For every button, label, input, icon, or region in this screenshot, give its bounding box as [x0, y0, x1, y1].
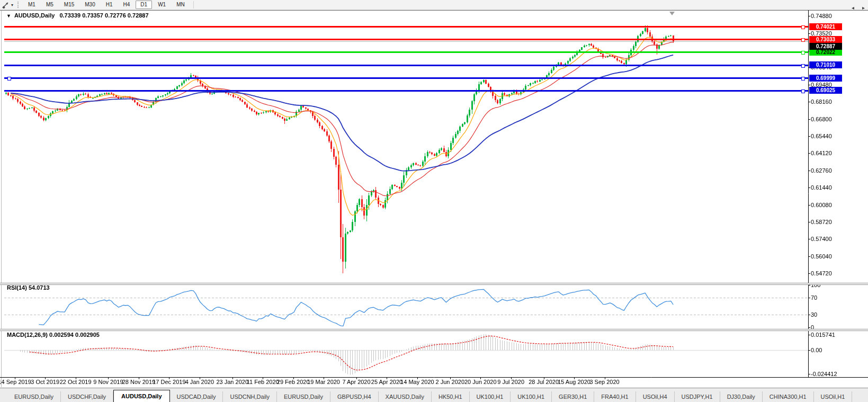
chart-tab-audusd-daily[interactable]: AUDUSD,Daily [113, 390, 169, 402]
level-line-handle[interactable] [801, 90, 805, 93]
macd-scale-tick[interactable]: 0.00 [811, 347, 822, 353]
macd-scale-tick[interactable]: -0.024412 [811, 371, 837, 377]
chart-title-symbol: AUDUSD,Daily [14, 12, 55, 19]
chart-tab-ger30-h1[interactable]: GER30,H1 [552, 391, 594, 402]
chart-tab-usoil-h1[interactable]: USOil,H1 [814, 391, 853, 402]
price-axis-tick[interactable]: 0.60080 [811, 202, 832, 208]
main-rsi-pane-divider[interactable] [0, 283, 868, 285]
price-axis-tick[interactable]: 0.61440 [811, 184, 832, 191]
date-axis-label[interactable]: 3 Sep 2020 [581, 379, 629, 385]
level-line-handle[interactable] [801, 64, 805, 68]
chart-tab-eurusd-daily[interactable]: EURUSD,Daily [7, 391, 61, 402]
level-line-handle[interactable] [801, 77, 805, 81]
current-price-badge: 0.72887 [809, 43, 842, 50]
level-line-handle[interactable] [7, 77, 11, 81]
scroll-tabs-left-icon[interactable]: ◂ [852, 5, 854, 11]
rsi-scale-tick[interactable]: 70 [811, 294, 817, 301]
chart-tab-xauusd-daily[interactable]: XAUUSD,Daily [379, 391, 432, 402]
price-level-badge-0.69999: 0.69999 [809, 75, 842, 82]
chart-tab-usdjpy-h1[interactable]: USDJPY,H1 [675, 391, 720, 402]
chart-tab-china300-h1[interactable]: CHINA300,H1 [763, 391, 814, 402]
chart-tab-usdcad-daily[interactable]: USDCAD,Daily [170, 391, 223, 402]
rsi-macd-pane-divider[interactable] [0, 329, 868, 331]
scroll-tabs-right-icon[interactable]: ▸ [862, 5, 865, 11]
horizontal-level-line-0.71010[interactable] [4, 65, 808, 66]
rsi-pane-label: RSI(14) 54.0713 [7, 284, 50, 291]
chart-tab-usdcnh-daily[interactable]: USDCNH,Daily [223, 391, 277, 402]
chart-tab-uk100-h1[interactable]: UK100,H1 [511, 391, 552, 402]
price-axis-tick[interactable]: 0.64120 [811, 150, 832, 156]
chart-tab-gbpusd-h4[interactable]: GBPUSD,H4 [330, 391, 379, 402]
chart-tab-eurusd-daily[interactable]: EURUSD,Daily [277, 391, 330, 402]
horizontal-level-line-0.72022[interactable] [4, 51, 808, 53]
level-line-handle[interactable] [801, 51, 805, 55]
horizontal-level-line-0.69999[interactable] [4, 77, 808, 79]
horizontal-level-line-0.69025[interactable] [4, 90, 808, 92]
chart-menu-caret-icon[interactable]: ▼ [6, 13, 11, 19]
chart-tab-usdchf-daily[interactable]: USDCHF,Daily [61, 391, 113, 402]
level-line-handle[interactable] [801, 25, 805, 29]
chart-tab-fra40-h1[interactable]: FRA40,H1 [594, 391, 636, 402]
horizontal-level-line-0.73033[interactable] [4, 39, 808, 40]
price-level-badge-0.74021: 0.74021 [809, 23, 842, 30]
chart-shift-marker-icon[interactable] [669, 12, 675, 15]
macd-pane-label: MACD(12,26,9) 0.002594 0.002905 [7, 332, 100, 338]
price-axis-tick[interactable]: 0.74880 [811, 13, 832, 19]
chart-tab-usoil-h4[interactable]: USOil,H4 [636, 391, 675, 402]
chart-tab-dj30-daily[interactable]: DJ30,Daily [720, 391, 763, 402]
price-chart-canvas[interactable] [0, 0, 868, 402]
chart-title-ohlc: 0.73339 0.73357 0.72776 0.72887 [59, 12, 148, 19]
price-axis-tick[interactable]: 0.62760 [811, 167, 832, 174]
horizontal-level-line-0.74021[interactable] [4, 26, 808, 28]
price-axis-tick[interactable]: 0.57400 [811, 236, 832, 242]
price-axis-tick[interactable]: 0.58720 [811, 219, 832, 225]
price-axis-tick[interactable]: 0.65440 [811, 133, 832, 139]
price-level-badge-0.73033: 0.73033 [809, 36, 842, 43]
price-level-badge-0.71010: 0.71010 [809, 61, 842, 68]
price-axis-tick[interactable]: 0.66800 [811, 116, 832, 122]
chart-tab-hk50-h1[interactable]: HK50,H1 [432, 391, 470, 402]
mt4-terminal: ▾ M1M5M15M30H1H4D1W1MN ▼AUDUSD,Daily 0.7… [0, 0, 868, 402]
price-axis-tick[interactable]: 0.68160 [811, 99, 832, 105]
price-axis-tick[interactable]: 0.56040 [811, 253, 832, 260]
macd-scale-tick[interactable]: 0.015741 [811, 332, 835, 338]
chart-tab-bar: EURUSD,DailyUSDCHF,DailyAUDUSD,DailyUSDC… [0, 388, 868, 402]
chart-tab-uk100-h1[interactable]: UK100,H1 [470, 391, 511, 402]
price-axis-tick[interactable]: 0.54720 [811, 270, 832, 276]
chart-title: ▼AUDUSD,Daily 0.73339 0.73357 0.72776 0.… [6, 12, 149, 19]
rsi-scale-tick[interactable]: 30 [811, 311, 817, 318]
price-level-badge-0.69025: 0.69025 [809, 87, 842, 94]
level-line-handle[interactable] [801, 38, 805, 42]
